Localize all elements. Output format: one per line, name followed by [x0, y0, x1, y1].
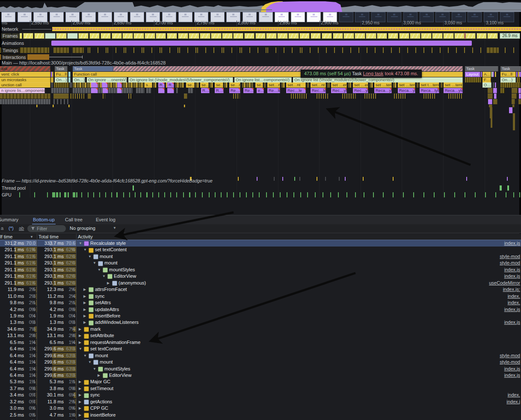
flame-event-sliver[interactable] [52, 77, 53, 82]
flame-event[interactable]: Reca…tyle [420, 88, 439, 93]
table-row[interactable]: 291.1 ms61.6 %293.1 ms62.0 %▶(anonymous)… [0, 280, 521, 286]
flame-event-sliver[interactable] [348, 82, 351, 88]
flame-event-sliver[interactable] [54, 82, 69, 88]
flame-event[interactable]: set …ent [331, 82, 347, 88]
flame-event-sliver[interactable] [136, 88, 145, 93]
table-row[interactable]: 291.1 ms61.6 %293.1 ms62.0 %▼set textCon… [0, 247, 521, 253]
expand-caret-icon[interactable]: ▼ [79, 346, 82, 352]
flame-event-sliver[interactable] [73, 94, 86, 99]
flame-event-sliver[interactable] [493, 82, 494, 88]
flame-event-sliver[interactable] [53, 94, 69, 99]
source-link[interactable]: index.js [504, 319, 520, 326]
flame-event[interactable]: unction call [0, 82, 50, 88]
flame-event-sliver[interactable] [488, 88, 493, 93]
frame-box[interactable] [410, 33, 420, 39]
flame-event[interactable]: set …tent [374, 82, 392, 88]
column-divider[interactable] [37, 234, 37, 420]
flame-event-sliver[interactable] [36, 105, 38, 107]
flame-event[interactable]: Task [465, 66, 498, 71]
collapse-caret-icon[interactable]: ▶ [79, 399, 81, 405]
collapse-caret-icon[interactable]: ▶ [83, 306, 86, 313]
frame-box[interactable] [145, 33, 155, 39]
flame-event-sliver[interactable] [518, 99, 521, 104]
flame-event-sliver[interactable] [488, 99, 492, 104]
collapse-caret-icon[interactable]: ▶ [98, 372, 100, 379]
table-row[interactable]: 6.4 ms1.4 %299.6 ms63.3 %▼set textConten… [0, 346, 521, 352]
flame-event-sliver[interactable] [493, 99, 497, 104]
flame-event-sliver[interactable] [423, 94, 436, 99]
flame-event-sliver[interactable] [307, 82, 309, 88]
table-row[interactable]: 291.1 ms61.6 %293.1 ms62.0 %▼mountStyles… [0, 267, 521, 273]
flame-event-sliver[interactable] [364, 94, 377, 99]
flame-event[interactable]: O… [483, 82, 491, 88]
frame-box[interactable] [56, 33, 67, 39]
frame-box[interactable] [288, 33, 299, 39]
flame-event[interactable]: set…nt [267, 82, 280, 88]
flame-event-sliver[interactable] [448, 94, 463, 99]
source-link[interactable]: index.js [504, 273, 520, 279]
flame-event[interactable]: se…t [200, 82, 209, 88]
main-thread-title[interactable]: Main — http://localhost:3000/projects/bd… [2, 60, 166, 66]
frame-box[interactable] [277, 33, 288, 39]
flame-event[interactable]: se…t [186, 82, 195, 88]
flame-event-sliver[interactable] [70, 82, 72, 88]
flame-event-sliver[interactable] [195, 82, 199, 88]
table-row[interactable]: ▶ [0, 418, 521, 420]
table-row[interactable]: 5.3 ms1.1 %5.3 ms1.1 %▶Major GC [0, 379, 521, 385]
flame-event-sliver[interactable] [117, 88, 122, 93]
frame-box[interactable] [343, 33, 354, 39]
flame-event[interactable]: vent: click [0, 72, 50, 77]
source-link[interactable]: index.js [504, 366, 520, 372]
flame-event-sliver[interactable] [51, 82, 53, 88]
flame-event[interactable]: R… [167, 82, 174, 88]
source-link[interactable]: index. [508, 300, 520, 306]
flame-event[interactable]: set…nt [286, 82, 306, 88]
frame-box[interactable] [477, 33, 487, 39]
table-row[interactable]: 34.6 ms7.3 %34.9 ms7.4 %▶mark [0, 326, 521, 332]
flame-event[interactable]: set …ent [353, 82, 368, 88]
flame-event-sliver[interactable] [0, 99, 50, 104]
grouping-select[interactable]: No grouping [70, 226, 95, 231]
table-row[interactable]: 11.0 ms2.3 %11.2 ms2.4 %▶syncindex. [0, 293, 521, 300]
flame-event-sliver[interactable] [103, 94, 105, 99]
expand-caret-icon[interactable]: ▼ [83, 247, 87, 253]
expand-caret-icon[interactable]: ▼ [79, 240, 82, 247]
table-row[interactable]: 13.1 ms2.8 %13.1 ms2.8 %▶setAttribute [0, 332, 521, 339]
table-row[interactable]: 3.2 ms0.7 %11.8 ms2.5 %▶getActionsindex.… [0, 399, 521, 405]
flame-event-sliver[interactable] [518, 88, 521, 93]
frame-box[interactable] [23, 33, 34, 39]
flame-event[interactable]: set t…tent [420, 82, 439, 88]
flame-event[interactable]: n ignore lis…omponents\/) [0, 88, 45, 93]
collapse-caret-icon[interactable]: ▶ [79, 379, 81, 385]
flame-event[interactable]: Re…e [229, 88, 240, 93]
flame-event-sliver[interactable] [70, 94, 72, 99]
flame-event[interactable]: On ignore list (\/node_modules\/|\/bower… [293, 77, 463, 82]
flame-event[interactable]: e…le [257, 88, 264, 93]
flame-event[interactable]: A… [483, 72, 491, 77]
source-link[interactable]: index. [508, 293, 520, 300]
collapse-caret-icon[interactable]: ▶ [83, 300, 86, 306]
flame-event-sliver[interactable] [53, 105, 54, 107]
table-row[interactable]: 3.4 ms0.7 %30.1 ms6.4 %▶syncindex. [0, 392, 521, 398]
source-link[interactable]: style-mod [500, 253, 520, 260]
source-link[interactable]: index.js: [503, 286, 520, 293]
tab-bottom-up[interactable]: Bottom-up [32, 215, 56, 225]
flame-event[interactable]: Layout [465, 72, 480, 77]
frame-box[interactable] [388, 33, 399, 39]
flame-event[interactable]: Fu…ll [500, 72, 516, 77]
flame-event-sliver[interactable] [73, 82, 145, 88]
tab-summary[interactable]: Summary [0, 215, 19, 224]
flame-event-sliver[interactable] [188, 88, 193, 93]
flame-event[interactable]: Rec…le [286, 88, 306, 93]
frame-box[interactable] [244, 33, 255, 39]
flame-event-sliver[interactable] [68, 105, 70, 107]
flame-event-sliver[interactable] [417, 82, 419, 88]
flame-event-sliver[interactable] [516, 72, 518, 77]
flame-event[interactable]: Task [73, 66, 158, 71]
timeline-ruler[interactable]: ms2,550 ms2,600 ms2,650 ms2,700 ms2,750 … [0, 21, 521, 26]
table-row[interactable]: 6.4 ms1.4 %299.6 ms63.3 %▼mountstyle-mod [0, 352, 521, 359]
flame-event-sliver[interactable] [88, 94, 91, 99]
flame-event-sliver[interactable] [210, 82, 213, 88]
table-row[interactable]: 1.9 ms0.4 %1.9 ms0.4 %▶insertBefore [0, 313, 521, 319]
flame-event-sliver[interactable] [53, 99, 69, 104]
